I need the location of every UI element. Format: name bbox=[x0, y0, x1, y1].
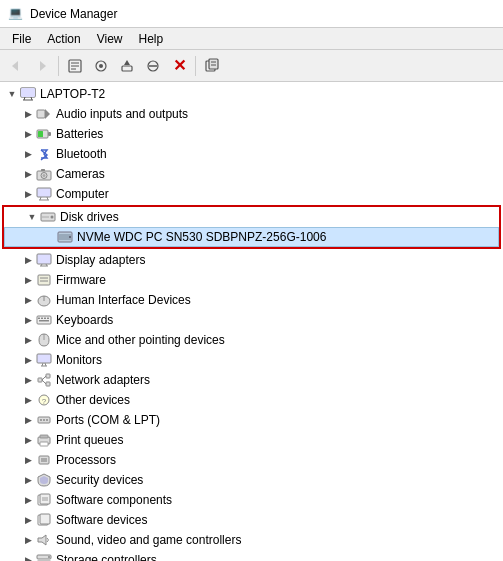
cameras-expander[interactable]: ▶ bbox=[20, 166, 36, 182]
processors-expander[interactable]: ▶ bbox=[20, 452, 36, 468]
processors-icon bbox=[36, 452, 52, 468]
security-label: Security devices bbox=[56, 473, 143, 487]
print-icon bbox=[36, 432, 52, 448]
svg-rect-50 bbox=[38, 318, 40, 320]
svg-rect-75 bbox=[41, 458, 47, 462]
storage-expander[interactable]: ▶ bbox=[20, 552, 36, 561]
svg-rect-56 bbox=[37, 354, 51, 363]
sound-icon bbox=[36, 532, 52, 548]
ports-item[interactable]: ▶ Ports (COM & LPT) bbox=[0, 410, 503, 430]
svg-line-64 bbox=[42, 380, 46, 384]
svg-point-69 bbox=[43, 419, 45, 421]
disk-drives-icon bbox=[40, 209, 56, 225]
storage-item[interactable]: ▶ Storage controllers bbox=[0, 550, 503, 561]
storage-label: Storage controllers bbox=[56, 553, 157, 561]
ports-expander[interactable]: ▶ bbox=[20, 412, 36, 428]
computer-item[interactable]: ▶ Computer bbox=[0, 184, 503, 204]
display-hidden-button[interactable] bbox=[200, 54, 224, 78]
other-item[interactable]: ▶ ? Other devices bbox=[0, 390, 503, 410]
monitors-label: Monitors bbox=[56, 353, 102, 367]
batteries-item[interactable]: ▶ Batteries bbox=[0, 124, 503, 144]
nvme-item[interactable]: NVMe WDC PC SN530 SDBPNPZ-256G-1006 bbox=[4, 227, 499, 247]
back-button[interactable] bbox=[4, 54, 28, 78]
menu-view[interactable]: View bbox=[89, 30, 131, 48]
root-item[interactable]: ▼ LAPTOP-T2 bbox=[0, 84, 503, 104]
mice-expander[interactable]: ▶ bbox=[20, 332, 36, 348]
cameras-item[interactable]: ▶ Cameras bbox=[0, 164, 503, 184]
svg-point-35 bbox=[51, 216, 54, 219]
audio-expander[interactable]: ▶ bbox=[20, 106, 36, 122]
hid-icon bbox=[36, 292, 52, 308]
security-expander[interactable]: ▶ bbox=[20, 472, 36, 488]
network-item[interactable]: ▶ Network adapters bbox=[0, 370, 503, 390]
processors-label: Processors bbox=[56, 453, 116, 467]
software-devices-icon bbox=[36, 512, 52, 528]
svg-marker-0 bbox=[12, 61, 18, 71]
software-components-expander[interactable]: ▶ bbox=[20, 492, 36, 508]
disk-drives-item[interactable]: ▼ Disk drives bbox=[4, 207, 499, 227]
network-label: Network adapters bbox=[56, 373, 150, 387]
audio-label: Audio inputs and outputs bbox=[56, 107, 188, 121]
security-item[interactable]: ▶ Security devices bbox=[0, 470, 503, 490]
software-devices-expander[interactable]: ▶ bbox=[20, 512, 36, 528]
disable-button[interactable] bbox=[141, 54, 165, 78]
software-components-item[interactable]: ▶ Software components bbox=[0, 490, 503, 510]
other-expander[interactable]: ▶ bbox=[20, 392, 36, 408]
scan-button[interactable] bbox=[89, 54, 113, 78]
bluetooth-item[interactable]: ▶ Bluetooth bbox=[0, 144, 503, 164]
monitors-expander[interactable]: ▶ bbox=[20, 352, 36, 368]
firmware-item[interactable]: ▶ Firmware bbox=[0, 270, 503, 290]
uninstall-button[interactable]: ✕ bbox=[167, 54, 191, 78]
print-item[interactable]: ▶ Print queues bbox=[0, 430, 503, 450]
bluetooth-icon bbox=[36, 146, 52, 162]
svg-point-70 bbox=[46, 419, 48, 421]
svg-marker-82 bbox=[38, 535, 46, 545]
svg-rect-52 bbox=[44, 318, 46, 320]
svg-rect-51 bbox=[41, 318, 43, 320]
monitors-item[interactable]: ▶ Monitors bbox=[0, 350, 503, 370]
security-icon bbox=[36, 472, 52, 488]
audio-icon bbox=[36, 106, 52, 122]
properties-button[interactable] bbox=[63, 54, 87, 78]
hid-label: Human Interface Devices bbox=[56, 293, 191, 307]
keyboards-item[interactable]: ▶ Keyboards bbox=[0, 310, 503, 330]
batteries-expander[interactable]: ▶ bbox=[20, 126, 36, 142]
mice-item[interactable]: ▶ Mice and other pointing devices bbox=[0, 330, 503, 350]
toolbar-separator-2 bbox=[195, 56, 196, 76]
menu-help[interactable]: Help bbox=[131, 30, 172, 48]
svg-rect-81 bbox=[40, 514, 50, 524]
computer-expander[interactable]: ▶ bbox=[20, 186, 36, 202]
update-driver-button[interactable] bbox=[115, 54, 139, 78]
processors-item[interactable]: ▶ Processors bbox=[0, 450, 503, 470]
menu-action[interactable]: Action bbox=[39, 30, 88, 48]
sound-item[interactable]: ▶ Sound, video and game controllers bbox=[0, 530, 503, 550]
svg-rect-60 bbox=[38, 378, 42, 382]
sound-expander[interactable]: ▶ bbox=[20, 532, 36, 548]
bluetooth-expander[interactable]: ▶ bbox=[20, 146, 36, 162]
hid-expander[interactable]: ▶ bbox=[20, 292, 36, 308]
print-expander[interactable]: ▶ bbox=[20, 432, 36, 448]
software-components-label: Software components bbox=[56, 493, 172, 507]
keyboards-expander[interactable]: ▶ bbox=[20, 312, 36, 328]
keyboards-icon bbox=[36, 312, 52, 328]
display-label: Display adapters bbox=[56, 253, 145, 267]
software-devices-item[interactable]: ▶ Software devices bbox=[0, 510, 503, 530]
firmware-expander[interactable]: ▶ bbox=[20, 272, 36, 288]
cameras-label: Cameras bbox=[56, 167, 105, 181]
hid-item[interactable]: ▶ Human Interface Devices bbox=[0, 290, 503, 310]
network-icon bbox=[36, 372, 52, 388]
display-item[interactable]: ▶ Display adapters bbox=[0, 250, 503, 270]
root-expander[interactable]: ▼ bbox=[4, 86, 20, 102]
audio-item[interactable]: ▶ Audio inputs and outputs bbox=[0, 104, 503, 124]
disk-drives-expander[interactable]: ▼ bbox=[24, 209, 40, 225]
forward-button[interactable] bbox=[30, 54, 54, 78]
menu-file[interactable]: File bbox=[4, 30, 39, 48]
toolbar-separator-1 bbox=[58, 56, 59, 76]
network-expander[interactable]: ▶ bbox=[20, 372, 36, 388]
display-expander[interactable]: ▶ bbox=[20, 252, 36, 268]
other-icon: ? bbox=[36, 392, 52, 408]
ports-label: Ports (COM & LPT) bbox=[56, 413, 160, 427]
software-devices-label: Software devices bbox=[56, 513, 147, 527]
svg-rect-21 bbox=[37, 110, 45, 118]
svg-rect-73 bbox=[40, 442, 48, 446]
